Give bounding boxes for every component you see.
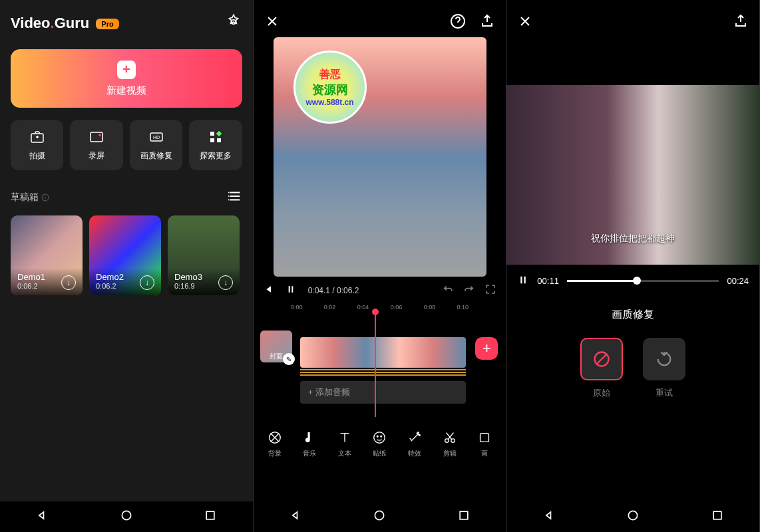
time-display: 0:04.1 / 0:06.2	[308, 286, 359, 295]
undo-icon[interactable]	[442, 283, 454, 297]
plus-icon: +	[117, 61, 136, 79]
svg-point-26	[375, 511, 384, 519]
tool-background[interactable]: 背景	[259, 430, 291, 458]
screen-record-icon	[89, 129, 104, 145]
nav-recent[interactable]	[457, 509, 471, 525]
video-preview[interactable]: 祝你排位把把都超神	[506, 85, 759, 265]
audio-track[interactable]	[300, 369, 467, 376]
svg-text:HD: HD	[152, 135, 159, 140]
svg-point-12	[228, 196, 230, 197]
new-video-label: 新建视频	[106, 84, 146, 97]
svg-point-21	[418, 432, 419, 434]
camera-icon	[29, 129, 45, 145]
svg-rect-9	[217, 138, 221, 142]
svg-point-14	[122, 511, 130, 519]
tool-effects[interactable]: 特效	[399, 430, 431, 458]
android-navbar	[0, 501, 253, 532]
pause-icon[interactable]	[285, 284, 296, 297]
download-icon[interactable]: ↓	[61, 275, 76, 290]
svg-point-3	[98, 134, 101, 136]
tool-more[interactable]: 画	[469, 430, 500, 458]
tool-sticker[interactable]: 贴纸	[363, 430, 395, 458]
progress-slider[interactable]	[567, 280, 719, 282]
info-icon	[41, 194, 49, 201]
new-video-button[interactable]: + 新建视频	[11, 49, 242, 108]
subtitle-text: 祝你排位把把都超神	[591, 233, 675, 245]
svg-point-29	[628, 511, 637, 519]
add-clip-button[interactable]: +	[475, 337, 498, 360]
draft-item[interactable]: Demo20:06.2 ↓	[89, 215, 161, 295]
close-icon[interactable]	[264, 13, 280, 32]
svg-rect-8	[210, 138, 214, 142]
option-original[interactable]: 原始	[580, 338, 623, 399]
close-icon[interactable]	[517, 13, 533, 32]
edit-cover-icon[interactable]: ✎	[283, 353, 295, 365]
android-navbar	[254, 501, 506, 532]
tool-cut[interactable]: 剪辑	[434, 430, 466, 458]
svg-point-11	[228, 192, 230, 194]
none-icon	[592, 350, 611, 368]
prev-icon[interactable]	[263, 284, 274, 297]
pro-badge: Pro	[96, 19, 118, 29]
app-logo: Video.Guru Pro	[11, 15, 119, 32]
retry-icon	[655, 350, 673, 368]
video-track[interactable]	[300, 337, 467, 368]
svg-rect-15	[207, 511, 215, 519]
feature-title: 画质修复	[506, 308, 759, 322]
tool-enhance[interactable]: HD 画质修复	[130, 120, 182, 170]
nav-home[interactable]	[626, 509, 640, 525]
nav-recent[interactable]	[711, 509, 724, 525]
svg-point-22	[419, 434, 420, 436]
draft-item[interactable]: Demo30:16.9 ↓	[168, 215, 240, 295]
pause-icon[interactable]	[517, 274, 529, 288]
tool-screen-record[interactable]: 录屏	[70, 120, 122, 170]
tool-music[interactable]: 音乐	[293, 430, 325, 458]
settings-icon[interactable]	[225, 13, 242, 33]
drafts-title: 草稿箱	[11, 192, 49, 203]
nav-home[interactable]	[373, 509, 386, 525]
app-header: Video.Guru Pro	[11, 13, 242, 33]
android-navbar	[506, 501, 759, 532]
download-icon[interactable]: ↓	[140, 275, 154, 290]
watermark: 善恶 资源网 www.588t.cn	[293, 51, 367, 124]
tool-text[interactable]: 文本	[329, 430, 361, 458]
redo-icon[interactable]	[463, 283, 475, 297]
svg-rect-2	[91, 132, 102, 142]
total-time: 00:24	[727, 276, 749, 286]
export-icon[interactable]	[479, 13, 495, 32]
nav-back[interactable]	[542, 509, 556, 525]
svg-rect-30	[713, 511, 721, 519]
export-icon[interactable]	[733, 13, 749, 32]
timeline[interactable]: 封面 ✎ + + 添加音频	[254, 311, 506, 417]
svg-rect-27	[460, 511, 468, 519]
help-icon[interactable]	[450, 13, 466, 32]
list-icon[interactable]	[228, 189, 242, 206]
current-time: 00:11	[537, 276, 559, 286]
svg-rect-6	[210, 132, 214, 136]
tool-explore[interactable]: 探索更多	[189, 120, 242, 170]
timeline-ruler: 0:000:020:040:060:080:10	[254, 304, 506, 311]
option-retry[interactable]: 重试	[643, 338, 685, 399]
svg-point-19	[377, 436, 379, 437]
download-icon[interactable]: ↓	[218, 275, 233, 290]
grid-icon	[208, 129, 224, 145]
nav-back[interactable]	[289, 509, 302, 525]
nav-recent[interactable]	[204, 509, 217, 525]
playhead[interactable]	[375, 311, 376, 417]
tool-camera[interactable]: 拍摄	[11, 120, 63, 170]
fullscreen-icon[interactable]	[484, 283, 496, 297]
nav-back[interactable]	[35, 509, 49, 525]
draft-item[interactable]: Demo10:06.2 ↓	[11, 215, 83, 295]
svg-rect-25	[480, 434, 489, 442]
nav-home[interactable]	[120, 509, 133, 525]
svg-rect-7	[216, 130, 222, 136]
svg-point-13	[228, 200, 230, 201]
add-audio-button[interactable]: + 添加音频	[300, 381, 467, 404]
video-preview[interactable]: 善恶 资源网 www.588t.cn	[274, 37, 486, 277]
hd-icon: HD	[148, 129, 164, 145]
svg-point-18	[374, 432, 385, 444]
svg-point-20	[381, 436, 382, 437]
